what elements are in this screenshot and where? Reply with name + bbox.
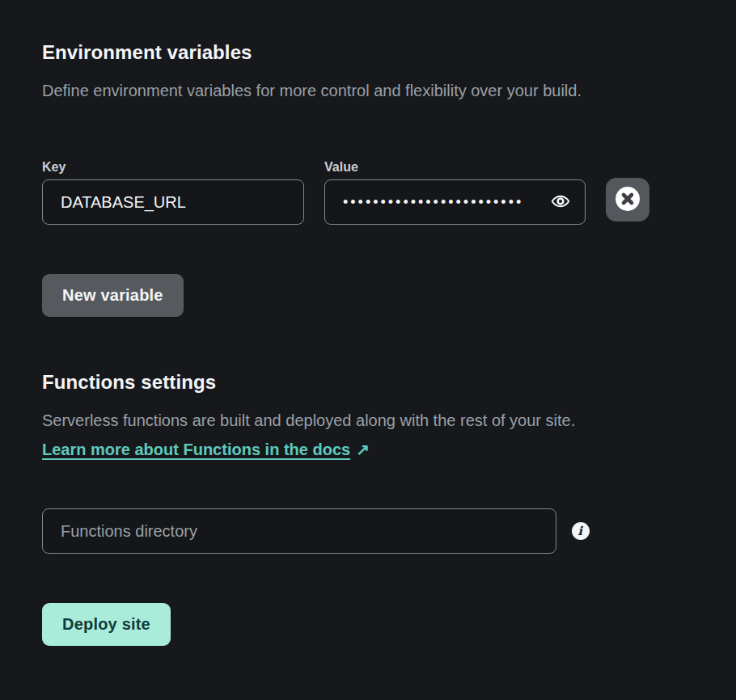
environment-variables-section: Environment variables Define environment…	[42, 42, 705, 317]
external-link-arrow-icon: ↗	[356, 440, 370, 459]
functions-directory-row: i	[42, 508, 705, 554]
eye-icon	[548, 192, 573, 213]
functions-directory-input[interactable]	[42, 508, 556, 554]
info-icon[interactable]: i	[572, 522, 590, 540]
value-label: Value	[324, 159, 586, 175]
env-variable-row: Key Value	[42, 159, 705, 225]
new-variable-button[interactable]: New variable	[42, 274, 184, 317]
key-label: Key	[42, 159, 304, 175]
value-input-wrap	[324, 179, 586, 225]
key-field-group: Key	[42, 159, 304, 225]
key-input[interactable]	[42, 179, 304, 225]
remove-variable-button[interactable]	[606, 178, 649, 221]
functions-settings-title: Functions settings	[42, 372, 705, 393]
circle-x-icon	[615, 186, 641, 214]
deploy-site-button[interactable]: Deploy site	[42, 603, 171, 646]
environment-variables-title: Environment variables	[42, 42, 705, 63]
environment-variables-description: Define environment variables for more co…	[42, 80, 705, 102]
show-value-button[interactable]	[547, 188, 574, 216]
value-field-group: Value	[324, 159, 586, 225]
functions-settings-section: Functions settings Serverless functions …	[42, 372, 705, 554]
functions-docs-link[interactable]: Learn more about Functions in the docs	[42, 441, 350, 458]
functions-docs-link-line: Learn more about Functions in the docs↗	[42, 440, 705, 459]
deploy-settings-page: Environment variables Define environment…	[0, 0, 736, 689]
functions-settings-description: Serverless functions are built and deplo…	[42, 410, 705, 432]
